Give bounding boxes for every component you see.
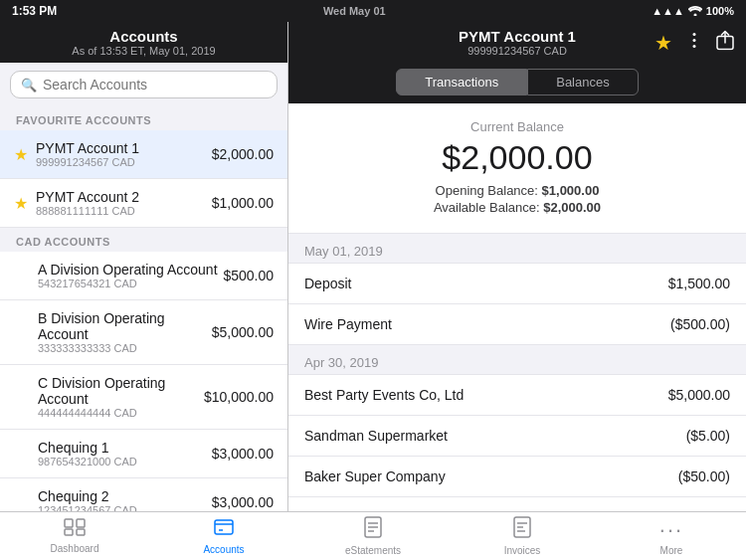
transaction-name: Sandman Supermarket (304, 428, 448, 444)
transactions-list: May 01, 2019 Deposit $1,500.00 Wire Paym… (288, 234, 746, 511)
opening-balance: Opening Balance: $1,000.00 (308, 183, 726, 198)
transaction-name: Best Party Events Co, Ltd (304, 387, 464, 403)
accounts-icon (214, 517, 234, 542)
svg-point-0 (693, 33, 696, 36)
favourite-star-icon: ★ (14, 194, 28, 213)
no-star-icon: ★ (14, 267, 30, 285)
menu-button[interactable] (684, 30, 704, 55)
account-name: Chequing 1 (38, 440, 212, 456)
more-icon: ··· (659, 517, 683, 543)
date-group-header: Apr 30, 2019 (288, 345, 746, 375)
account-name: Chequing 2 (38, 488, 212, 504)
account-balance: $500.00 (223, 268, 274, 283)
more-label: More (660, 545, 683, 556)
available-balance: Available Balance: $2,000.00 (308, 200, 726, 215)
search-input[interactable] (43, 77, 267, 93)
account-name: PYMT Account 1 (36, 140, 212, 156)
balance-label: Current Balance (308, 119, 726, 134)
svg-rect-5 (77, 519, 85, 527)
transaction-amount: $1,500.00 (668, 276, 730, 291)
tab-transactions[interactable]: Transactions (396, 69, 527, 95)
battery-icon: 100% (706, 5, 734, 17)
bottom-tab-estatements[interactable]: eStatements (298, 512, 448, 560)
star-button[interactable]: ★ (654, 31, 672, 55)
account-info: C Division Operating Account 44444444444… (38, 375, 204, 419)
bottom-tab-accounts[interactable]: Accounts (149, 512, 298, 560)
account-name: C Division Operating Account (38, 375, 204, 407)
account-name: A Division Operating Account (38, 262, 223, 278)
transaction-name: Baker Super Company (304, 468, 446, 484)
bottom-tab-bar: Dashboard Accounts eStatements (0, 511, 746, 560)
right-header-actions: ★ (654, 30, 734, 55)
dashboard-label: Dashboard (51, 543, 99, 554)
left-panel: Accounts As of 13:53 ET, May 01, 2019 🔍 … (0, 22, 288, 511)
accounts-list: FAVOURITE ACCOUNTS ★ PYMT Account 1 9999… (0, 106, 287, 511)
bottom-tab-invoices[interactable]: Invoices (448, 512, 597, 560)
transaction-amount: $5,000.00 (668, 387, 730, 403)
account-number: 123451234567 CAD (38, 504, 212, 511)
svg-rect-6 (65, 529, 73, 535)
dashboard-icon (64, 518, 86, 541)
estatements-icon (364, 516, 382, 543)
search-icon: 🔍 (21, 78, 37, 93)
transaction-item: Best Party Events Co, Ltd $5,000.00 (288, 375, 746, 416)
account-item[interactable]: ★ A Division Operating Account 543217654… (0, 252, 287, 300)
account-number: 999991234567 CAD (36, 156, 212, 168)
status-time: 1:53 PM (12, 4, 57, 18)
share-button[interactable] (716, 30, 734, 55)
bottom-tab-dashboard[interactable]: Dashboard (0, 512, 149, 560)
bottom-tab-more[interactable]: ··· More (597, 512, 746, 560)
account-info: PYMT Account 2 888881111111 CAD (36, 189, 212, 217)
svg-rect-8 (215, 520, 233, 534)
account-balance: $3,000.00 (212, 446, 274, 462)
no-star-icon: ★ (14, 493, 30, 512)
account-balance: $1,000.00 (212, 195, 274, 211)
transaction-amount: ($500.00) (670, 316, 730, 332)
transaction-item: Baker Super Company ($50.00) (288, 457, 746, 497)
svg-point-1 (693, 39, 696, 42)
account-item[interactable]: ★ Chequing 1 987654321000 CAD $3,000.00 (0, 430, 287, 478)
account-item[interactable]: ★ PYMT Account 2 888881111111 CAD $1,000… (0, 179, 287, 228)
account-balance: $3,000.00 (212, 494, 274, 510)
tab-bar: Transactions Balances (288, 63, 746, 103)
current-balance: $2,000.00 (308, 138, 726, 177)
account-name: PYMT Account 2 (36, 189, 212, 205)
no-star-icon: ★ (14, 445, 30, 464)
account-number: 987654321000 CAD (38, 456, 212, 467)
account-item[interactable]: ★ C Division Operating Account 444444444… (0, 365, 287, 430)
transaction-amount: ($5.00) (686, 428, 730, 444)
left-header-title: Accounts (12, 28, 276, 45)
status-right: ▲▲▲ 100% (652, 5, 734, 18)
account-item[interactable]: ★ Chequing 2 123451234567 CAD $3,000.00 (0, 478, 287, 511)
main-content: Accounts As of 13:53 ET, May 01, 2019 🔍 … (0, 22, 746, 511)
search-bar-container: 🔍 (0, 63, 287, 106)
account-info: A Division Operating Account 54321765432… (38, 262, 223, 289)
status-date: Wed May 01 (323, 5, 386, 17)
svg-point-2 (693, 45, 696, 48)
account-number: 543217654321 CAD (38, 278, 223, 289)
svg-rect-4 (65, 519, 73, 527)
account-item[interactable]: ★ PYMT Account 1 999991234567 CAD $2,000… (0, 130, 287, 179)
transaction-item: Deposit $1,500.00 (288, 264, 746, 304)
account-balance: $5,000.00 (212, 324, 274, 340)
account-number: 333333333333 CAD (38, 342, 212, 354)
accounts-label: Accounts (203, 544, 244, 555)
transaction-item: Deposit $1,200.00 (288, 497, 746, 511)
left-header: Accounts As of 13:53 ET, May 01, 2019 (0, 22, 287, 63)
account-item[interactable]: ★ B Division Operating Account 333333333… (0, 300, 287, 365)
date-group-header: May 01, 2019 (288, 234, 746, 264)
transaction-item: Sandman Supermarket ($5.00) (288, 416, 746, 457)
invoices-icon (513, 516, 531, 543)
transaction-name: Wire Payment (304, 316, 392, 332)
transaction-name: Deposit (304, 276, 351, 291)
favourite-star-icon: ★ (14, 145, 28, 164)
tab-balances[interactable]: Balances (527, 69, 638, 95)
svg-rect-7 (77, 529, 85, 535)
account-name: B Division Operating Account (38, 310, 212, 342)
status-bar: 1:53 PM Wed May 01 ▲▲▲ 100% (0, 0, 746, 22)
account-info: Chequing 2 123451234567 CAD (38, 488, 212, 511)
section-header-favourites: FAVOURITE ACCOUNTS (0, 106, 287, 130)
wifi-icon (688, 5, 702, 18)
account-number: 444444444444 CAD (38, 407, 204, 419)
estatements-label: eStatements (345, 545, 401, 556)
